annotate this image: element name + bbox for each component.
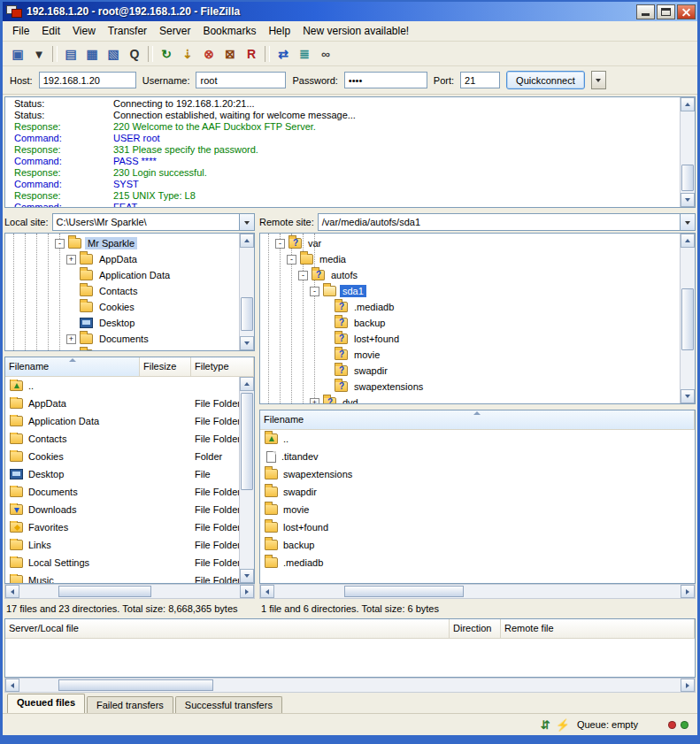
tree-item[interactable]: backup [260,315,695,331]
menu-item[interactable]: File [6,22,35,40]
tab[interactable]: Successful transfers [175,696,282,713]
site-manager-dropdown-icon[interactable]: ▾ [29,44,49,64]
local-site-combobox[interactable]: C:\Users\Mr Sparkle\ [52,213,255,231]
expand-toggle[interactable]: + [66,350,76,352]
expand-toggle[interactable]: - [298,271,308,280]
quickconnect-button[interactable]: Quickconnect [506,71,585,89]
remote-file-row[interactable]: movie [260,501,695,518]
find-files-icon[interactable]: ∞ [316,44,335,64]
local-file-row[interactable]: Desktop File [5,465,254,483]
scroll-down-button[interactable] [240,569,254,583]
remote-directory-tree[interactable]: - var - media - autofs [259,233,696,404]
scrollbar-thumb[interactable] [241,393,253,490]
titlebar[interactable]: 192.168.1.20 - root@192.168.1.20 - FileZ… [3,2,697,21]
double-arrow-icon[interactable]: ⇵ [541,719,550,731]
column-header-direction[interactable]: Direction [450,619,501,638]
local-directory-tree[interactable]: - Mr Sparkle + AppData Appli [4,233,255,351]
local-file-row[interactable]: Cookies Folder [5,448,254,465]
scroll-up-button[interactable] [681,97,695,111]
plug-icon[interactable]: ⚡ [556,719,570,731]
column-header-remote-file[interactable]: Remote file [501,619,695,638]
column-header-filename[interactable]: Filename [260,410,695,429]
synchronized-browsing-icon[interactable]: ≣ [295,44,314,64]
local-file-row[interactable]: Links File Folder [5,536,254,554]
expand-toggle[interactable]: - [55,239,65,249]
tree-item[interactable]: lost+found [260,331,695,347]
scrollbar-thumb[interactable] [344,586,464,597]
tree-item[interactable]: Contacts [5,283,254,299]
log-vertical-scrollbar[interactable] [680,97,695,207]
remote-file-row[interactable]: lost+found [260,518,695,536]
scroll-right-button[interactable] [681,679,695,692]
local-file-row[interactable]: Favorites File Folder [5,518,254,536]
local-file-row[interactable]: Local Settings File Folder [5,554,254,571]
toolbar-item[interactable] [52,46,58,62]
local-horizontal-scrollbar[interactable] [4,584,255,599]
scrollbar-thumb[interactable] [681,165,694,191]
tree-item[interactable]: - sda1 [260,283,695,299]
host-input[interactable] [39,72,136,88]
local-file-row[interactable]: Application Data File Folder [5,412,254,430]
local-file-row[interactable]: Contacts File Folder [5,430,254,448]
local-file-row[interactable]: Downloads File Folder [5,501,254,518]
maximize-button[interactable] [657,4,675,19]
tree-item[interactable]: Desktop [5,315,254,331]
remote-file-row[interactable]: .mediadb [260,554,695,571]
column-header-filetype[interactable]: Filetype [191,357,254,376]
column-header-filename[interactable]: Filename [5,357,140,376]
remote-file-row[interactable]: .. [260,430,695,448]
menu-item[interactable]: New version available! [296,22,415,40]
remote-site-dropdown-button[interactable] [680,214,695,230]
scrollbar-thumb[interactable] [58,586,151,597]
local-file-row[interactable]: AppData File Folder [5,395,254,412]
local-file-row[interactable]: .. [5,377,254,395]
remote-file-row[interactable]: .titandev [260,448,695,465]
tab[interactable]: Queued files [7,694,85,713]
menu-item[interactable]: Server [153,22,196,40]
queue-horizontal-scrollbar[interactable] [4,678,696,693]
menu-item[interactable]: Transfer [102,22,153,40]
local-site-dropdown-button[interactable] [239,214,254,230]
scrollbar-thumb[interactable] [58,679,213,691]
reconnect-icon[interactable]: R [242,44,261,64]
tree-item[interactable]: - autofs [260,267,695,283]
tree-item[interactable]: + Downloads [5,347,254,351]
tree-item[interactable]: swapdir [260,363,695,379]
tree-item[interactable]: + dvd [260,395,695,404]
password-input[interactable] [344,72,427,88]
menu-item[interactable]: View [66,22,102,40]
tree-item[interactable]: + AppData [5,251,254,267]
toolbar-item[interactable] [265,46,270,62]
cancel-icon[interactable]: ⊗ [199,44,219,64]
expand-toggle[interactable]: - [310,287,319,296]
close-button[interactable] [677,4,696,19]
scroll-left-button[interactable] [5,585,19,598]
remote-file-row[interactable]: swapextensions [260,465,695,483]
scroll-right-button[interactable] [240,585,254,598]
local-file-row[interactable]: Music File Folder [5,571,254,583]
column-header-filesize[interactable]: Filesize [140,357,191,376]
tree-item[interactable]: .mediadb [260,299,695,315]
toggle-local-tree-icon[interactable]: ▦ [82,44,102,64]
site-manager-icon[interactable]: ▣ [8,44,27,64]
remote-site-combobox[interactable]: /var/media/autofs/sda1 [318,213,696,231]
menu-item[interactable]: Help [262,22,296,40]
tree-item[interactable]: - media [260,251,695,267]
menu-item[interactable]: Edit [35,22,66,40]
directory-comparison-icon[interactable]: ⇄ [273,44,293,64]
scroll-right-button[interactable] [681,585,695,598]
expand-toggle[interactable]: - [287,255,296,265]
scroll-down-button[interactable] [681,193,695,207]
expand-toggle[interactable]: + [66,334,76,344]
toggle-remote-tree-icon[interactable]: ▧ [104,44,123,64]
expand-toggle[interactable]: + [310,398,319,405]
tree-item[interactable]: + Documents [5,331,254,347]
toggle-queue-icon[interactable]: Q [125,44,144,64]
username-input[interactable] [196,72,286,88]
menu-item[interactable]: Bookmarks [196,22,262,40]
minimize-button[interactable] [636,4,655,19]
tree-item[interactable]: - Mr Sparkle [5,235,254,251]
expand-toggle[interactable]: - [275,239,285,249]
remote-file-row[interactable]: swapdir [260,483,695,501]
tree-item[interactable]: Cookies [5,299,254,315]
